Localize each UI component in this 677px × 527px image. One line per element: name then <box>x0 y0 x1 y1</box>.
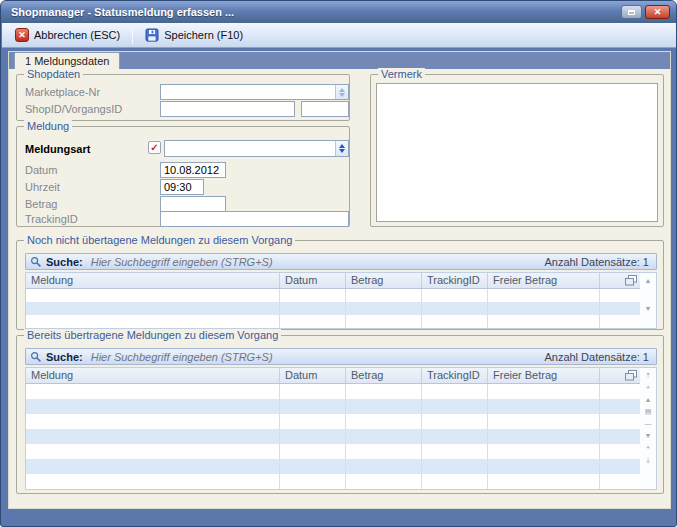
table-cell <box>280 302 346 315</box>
table-cell <box>488 302 600 315</box>
record-count: Anzahl Datensätze: 1 <box>544 256 652 268</box>
meldungsart-combobox[interactable] <box>164 140 349 157</box>
table-cell <box>26 399 280 414</box>
save-disk-icon <box>145 28 159 42</box>
table-cell <box>26 459 280 474</box>
table-cell <box>346 384 422 399</box>
scroll-down-icon[interactable]: ▼ <box>645 304 652 314</box>
search-placeholder: Hier Suchbegriff eingeben (STRG+S) <box>91 256 273 268</box>
table-cell <box>280 384 346 399</box>
table-cell <box>600 459 640 474</box>
cancel-button[interactable]: ✕ Abbrechen (ESC) <box>8 26 127 44</box>
transferred-search-bar[interactable]: Suche: Hier Suchbegriff eingeben (STRG+S… <box>25 348 657 365</box>
table-cell <box>488 399 600 414</box>
table-cell <box>600 315 640 328</box>
save-button[interactable]: Speichern (F10) <box>138 26 250 44</box>
datum-input[interactable]: 10.08.2012 <box>160 162 226 178</box>
column-header-trackingid[interactable]: TrackingID <box>422 368 488 383</box>
column-header-freier-betrag[interactable]: Freier Betrag <box>488 273 600 288</box>
table-row[interactable] <box>26 414 640 429</box>
transferred-table-header: Meldung Datum Betrag TrackingID Freier B… <box>26 368 640 384</box>
table-cell <box>346 444 422 459</box>
marketplace-spinner-icon[interactable] <box>335 85 348 99</box>
table-cell <box>422 289 488 302</box>
table-cell <box>26 302 280 315</box>
column-header-betrag[interactable]: Betrag <box>346 273 422 288</box>
table-cell <box>280 459 346 474</box>
column-header-tools[interactable] <box>600 273 640 288</box>
group-vermerk: Vermerk <box>370 74 664 227</box>
column-header-datum[interactable]: Datum <box>280 273 346 288</box>
marketplace-combobox[interactable] <box>160 84 349 100</box>
table-row[interactable] <box>26 399 640 414</box>
restore-button[interactable] <box>621 5 642 19</box>
table-cell <box>422 315 488 328</box>
table-row[interactable] <box>26 315 640 328</box>
column-header-meldung[interactable]: Meldung <box>26 273 280 288</box>
table-cell <box>26 474 280 489</box>
nav-page-down-icon[interactable]: + <box>646 443 650 453</box>
column-header-datum[interactable]: Datum <box>280 368 346 383</box>
column-chooser-icon <box>625 370 637 381</box>
shopid-input[interactable] <box>160 101 295 117</box>
meldungsart-required-check-icon[interactable]: ✓ <box>148 141 161 154</box>
table-cell <box>280 399 346 414</box>
table-cell <box>280 444 346 459</box>
marketplace-value <box>161 85 335 99</box>
maximize-restore-icon <box>628 10 635 15</box>
scroll-up-icon[interactable]: ▲ <box>645 276 652 286</box>
nav-prev-icon[interactable]: ▲ <box>645 395 652 405</box>
column-header-meldung[interactable]: Meldung <box>26 368 280 383</box>
close-icon: ✕ <box>654 7 662 17</box>
table-cell <box>422 302 488 315</box>
pending-table-body <box>26 289 640 328</box>
column-header-freier-betrag[interactable]: Freier Betrag <box>488 368 600 383</box>
table-row[interactable] <box>26 302 640 315</box>
meldungsart-label: Meldungsart <box>25 143 90 155</box>
table-cell <box>600 474 640 489</box>
table-cell <box>488 414 600 429</box>
table-cell <box>280 315 346 328</box>
nav-page-up-icon[interactable]: + <box>646 383 650 393</box>
nav-first-icon[interactable]: ⤒ <box>646 371 649 381</box>
trackingid-label: TrackingID <box>25 213 78 225</box>
uhrzeit-input[interactable]: 09:30 <box>160 179 204 195</box>
table-cell <box>422 429 488 444</box>
vermerk-textarea[interactable] <box>376 83 658 222</box>
trackingid-input[interactable] <box>160 211 349 227</box>
table-cell <box>600 289 640 302</box>
meldungsart-spinner-icon[interactable] <box>335 141 348 156</box>
table-cell <box>488 384 600 399</box>
tab-meldungsdaten[interactable]: 1 Meldungsdaten <box>14 52 120 69</box>
red-check-glyph: ✓ <box>150 143 158 153</box>
column-header-betrag[interactable]: Betrag <box>346 368 422 383</box>
title-bar[interactable]: Shopmanager - Statusmeldung erfassen ...… <box>1 1 676 23</box>
record-count: Anzahl Datensätze: 1 <box>544 351 652 363</box>
search-icon <box>30 351 42 363</box>
table-row[interactable] <box>26 384 640 399</box>
table-row[interactable] <box>26 459 640 474</box>
tab-label: 1 Meldungsdaten <box>25 55 109 67</box>
table-cell <box>488 315 600 328</box>
column-header-tools[interactable] <box>600 368 640 383</box>
toolbar: ✕ Abbrechen (ESC) Speichern (F10) <box>2 23 677 48</box>
pending-table-header: Meldung Datum Betrag TrackingID Freier B… <box>26 273 640 289</box>
table-cell <box>346 429 422 444</box>
nav-next-icon[interactable]: ▼ <box>645 431 652 441</box>
betrag-input[interactable] <box>160 196 226 212</box>
vorgangsid-input[interactable] <box>301 101 349 117</box>
transferred-table: Meldung Datum Betrag TrackingID Freier B… <box>25 367 657 490</box>
close-button[interactable]: ✕ <box>645 5 670 19</box>
column-header-trackingid[interactable]: TrackingID <box>422 273 488 288</box>
group-meldung: Meldung Meldungsart ✓ Datum 10.08.2012 U… <box>16 126 350 227</box>
pending-search-bar[interactable]: Suche: Hier Suchbegriff eingeben (STRG+S… <box>25 253 657 270</box>
table-row[interactable] <box>26 444 640 459</box>
table-cell <box>422 399 488 414</box>
table-cell <box>422 474 488 489</box>
group-pending-messages: Noch nicht übertagene Meldungen zu diese… <box>16 240 664 330</box>
table-cell <box>488 289 600 302</box>
table-row[interactable] <box>26 289 640 302</box>
table-row[interactable] <box>26 474 640 489</box>
table-row[interactable] <box>26 429 640 444</box>
nav-last-icon[interactable]: ⤓ <box>646 455 649 465</box>
